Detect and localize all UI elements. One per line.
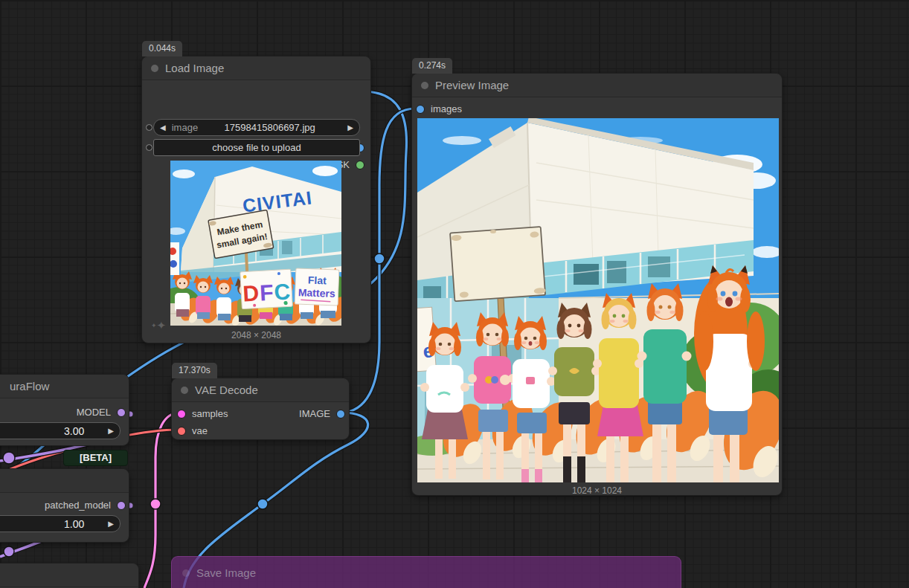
slot-label: images (431, 103, 462, 114)
execution-time-badge: 0.044s (142, 41, 182, 56)
increment-arrow-icon[interactable]: ▶ (102, 427, 120, 435)
slot-label: IMAGE (299, 408, 330, 419)
number-widget-shift[interactable]: 3.00 ▶ (0, 422, 121, 439)
beta-badge: [BETA] (63, 450, 128, 466)
image-size-label: 2048 × 2048 (142, 330, 370, 340)
execution-time-badge: 17.370s (172, 363, 217, 378)
node-header[interactable] (0, 563, 138, 587)
model-slot-icon[interactable] (117, 408, 126, 417)
preview-image-output: e (417, 118, 779, 482)
collapse-dot-icon[interactable] (421, 82, 428, 89)
input-slot-images[interactable]: images (416, 103, 462, 114)
image-slot-icon[interactable] (336, 410, 345, 419)
node-title: Load Image (165, 62, 224, 74)
image-file-selector[interactable]: ◀ image 17598415806697.jpg ▶ (153, 119, 360, 136)
collapse-dot-icon (182, 569, 190, 577)
node-load-image[interactable]: 0.044s Load Image IMAGE MASK ◀ image 175… (141, 56, 371, 343)
node-title: VAE Decode (195, 384, 258, 396)
node-header[interactable]: Load Image (142, 56, 370, 80)
node-title: Save Image (196, 566, 256, 579)
widget-value: 1.00 (0, 518, 102, 530)
sign-letter: D (242, 280, 260, 306)
sign-letter: C (274, 279, 291, 304)
output-slot-model[interactable]: MODEL (77, 407, 126, 418)
node-model-patch[interactable]: patched_model 1.00 ▶ (0, 468, 129, 543)
node-partial-bottom-left[interactable] (0, 563, 139, 588)
number-widget-strength[interactable]: 1.00 ▶ (0, 515, 121, 532)
mask-slot-icon[interactable] (356, 161, 364, 169)
node-header[interactable]: VAE Decode (172, 378, 349, 402)
sign-text: Flat (308, 274, 327, 287)
node-save-image[interactable]: Save Image (171, 556, 681, 588)
execution-time-badge: 0.274s (412, 58, 452, 74)
node-model-sampling-auraflow[interactable]: uraFlow MODEL 3.00 ▶ (0, 374, 129, 446)
protest-sign-flat-matters: Flat Matters (295, 268, 339, 306)
node-title: uraFlow (0, 380, 49, 392)
image-size-label: 1024 × 1024 (412, 485, 782, 496)
widget-input-dot[interactable] (146, 144, 152, 151)
node-preview-image[interactable]: 0.274s Preview Image images (411, 73, 783, 496)
hand-on-pole (500, 375, 510, 385)
widget-input-dot[interactable] (146, 124, 152, 131)
comfyui-canvas[interactable]: { "colors": { "blue": "#57a3ea", "green"… (0, 0, 909, 588)
prev-arrow-icon[interactable]: ◀ (154, 123, 172, 132)
input-slot-vae[interactable]: vae (177, 425, 208, 436)
node-vae-decode[interactable]: 17.370s VAE Decode samples vae IMAGE (171, 378, 350, 440)
link-midpoint-dot[interactable] (150, 499, 161, 509)
link-midpoint-dot[interactable] (3, 452, 15, 464)
sign-letter: F (259, 280, 274, 305)
sign-text: Matters (298, 286, 336, 300)
preview-art: e (417, 118, 779, 482)
slot-label: MODEL (77, 407, 111, 418)
slot-label: samples (192, 408, 228, 419)
link-midpoint-dot[interactable] (257, 499, 268, 509)
next-arrow-icon[interactable]: ▶ (341, 123, 359, 132)
collapse-dot-icon[interactable] (151, 65, 158, 72)
input-slot-samples[interactable]: samples (177, 408, 228, 419)
node-title: Preview Image (435, 79, 509, 91)
link-midpoint-dot[interactable] (374, 253, 385, 264)
slot-label: vae (192, 425, 208, 436)
loaded-image-thumbnail: CIVITAI (170, 161, 341, 326)
node-header[interactable]: Preview Image (412, 74, 782, 97)
collapse-dot-icon[interactable] (181, 387, 188, 394)
sparkles-icon: ✦✦ (151, 322, 166, 329)
node-header[interactable]: uraFlow (0, 375, 129, 398)
model-slot-icon[interactable] (117, 501, 126, 510)
node-header[interactable] (0, 469, 129, 493)
output-slot-image[interactable]: IMAGE (299, 408, 345, 419)
increment-arrow-icon[interactable]: ▶ (102, 520, 120, 528)
thumbnail-art: CIVITAI (170, 161, 341, 326)
image-slot-icon[interactable] (416, 105, 425, 114)
latent-slot-icon[interactable] (177, 410, 186, 419)
partial-sign-left (170, 242, 179, 275)
output-slot-patched-model[interactable]: patched_model (45, 500, 126, 511)
protest-sign-dfc: D F C (240, 269, 293, 308)
widget-label: image (172, 122, 198, 133)
vae-slot-icon[interactable] (177, 427, 186, 436)
widget-value: 17598415806697.jpg (198, 122, 341, 133)
widget-value: 3.00 (0, 425, 102, 437)
choose-file-button[interactable]: choose file to upload (153, 139, 360, 156)
slot-label: patched_model (45, 500, 111, 511)
link-midpoint-dot[interactable] (4, 546, 14, 557)
